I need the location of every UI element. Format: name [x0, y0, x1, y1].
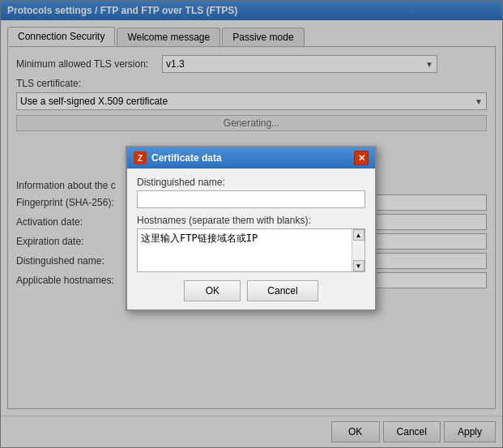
cert-hostnames-container: 这里输入FTP链接域名或IP ▲ ▼	[137, 228, 365, 272]
cert-dialog-title-bar: Z Certificate data ✕	[127, 147, 375, 169]
cert-cancel-button[interactable]: Cancel	[247, 280, 318, 301]
cert-hostnames-label: Hostnames (separate them with blanks):	[137, 215, 365, 226]
cert-dialog-title: Certificate data	[151, 152, 222, 164]
cert-close-button[interactable]: ✕	[354, 151, 369, 165]
cert-hostnames-textarea[interactable]: 这里输入FTP链接域名或IP	[138, 229, 352, 271]
cert-ok-button[interactable]: OK	[184, 280, 241, 301]
cert-scrollbar: ▲ ▼	[352, 229, 364, 271]
filezilla-icon: Z	[134, 151, 147, 164]
cert-distinguished-label: Distinguished name:	[137, 177, 365, 188]
cert-dialog-content: Distinguished name: Hostnames (separate …	[127, 169, 375, 309]
cert-dialog-title-left: Z Certificate data	[134, 151, 222, 164]
scrollbar-down-button[interactable]: ▼	[353, 260, 364, 271]
cert-dialog: Z Certificate data ✕ Distinguished name:…	[126, 146, 377, 311]
cert-distinguished-input[interactable]	[137, 190, 365, 208]
scrollbar-up-button[interactable]: ▲	[353, 229, 364, 241]
main-window: Protocols settings / FTP and FTP over TL…	[0, 0, 503, 448]
modal-overlay: Z Certificate data ✕ Distinguished name:…	[0, 0, 503, 448]
cert-dialog-buttons: OK Cancel	[137, 280, 365, 301]
